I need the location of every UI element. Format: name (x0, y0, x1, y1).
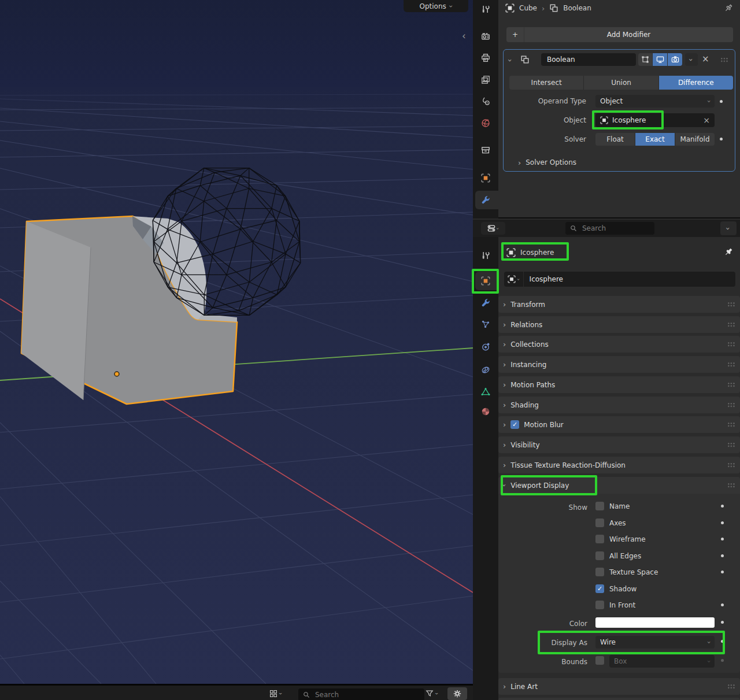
animate-dot[interactable] (721, 538, 724, 540)
show-all-edges-checkbox[interactable] (595, 551, 604, 560)
pin-icon[interactable] (724, 3, 733, 13)
tab-render[interactable] (479, 29, 493, 43)
clear-object-icon[interactable]: × (703, 116, 710, 125)
tab-object[interactable] (479, 171, 493, 185)
tab-world[interactable] (479, 116, 493, 130)
panel-transform[interactable]: ›Transform (498, 296, 740, 313)
3d-viewport[interactable]: Options › ‹ (0, 0, 473, 684)
display-mode-button[interactable]: › (269, 690, 282, 698)
panel-title: Shading (510, 401, 539, 409)
solver-options-subpanel[interactable]: › Solver Options (518, 158, 576, 166)
remove-modifier-button[interactable]: × (702, 54, 709, 64)
motion-blur-checkbox[interactable]: ✓ (510, 420, 519, 429)
animate-dot[interactable] (721, 521, 724, 524)
add-modifier-button[interactable]: + Add Modifier (506, 27, 733, 42)
animate-dot[interactable] (721, 554, 724, 557)
solver-manifold-button[interactable]: Manifold (675, 133, 715, 146)
operation-difference-button[interactable]: Difference (659, 76, 733, 90)
show-name-checkbox[interactable] (595, 502, 604, 510)
animate-dot[interactable] (721, 505, 724, 508)
animate-dot[interactable] (721, 571, 724, 573)
bottom-search-input[interactable] (314, 690, 403, 699)
operation-union-button[interactable]: Union (584, 76, 658, 90)
panel-line-art[interactable]: ›Line Art (498, 678, 740, 695)
panel-relations[interactable]: ›Relations (498, 316, 740, 333)
tab-scene[interactable] (479, 94, 493, 108)
animate-dot[interactable] (721, 621, 724, 624)
color-swatch[interactable] (595, 617, 715, 628)
drag-handle[interactable] (727, 362, 735, 367)
modifier-drag-handle[interactable] (720, 57, 728, 62)
drag-handle[interactable] (727, 402, 735, 408)
tab-tool[interactable] (479, 2, 493, 16)
viewport-options-dropdown[interactable]: Options › (404, 0, 468, 12)
tab-modifiers-active[interactable] (479, 193, 493, 207)
checkbox-label: Axes (609, 519, 626, 527)
drag-handle[interactable] (727, 382, 735, 387)
bounds-checkbox[interactable] (595, 656, 604, 665)
breadcrumb-modifier[interactable]: Boolean (563, 4, 591, 12)
solver-exact-button[interactable]: Exact (635, 133, 675, 146)
bounds-label: Bounds (503, 658, 587, 666)
editor-type-selector[interactable]: › (481, 222, 505, 235)
drag-handle[interactable] (727, 684, 735, 689)
realtime-display-toggle-button[interactable] (653, 53, 667, 66)
drag-handle[interactable] (727, 302, 735, 307)
show-shadow-checkbox[interactable]: ✓ (595, 584, 604, 593)
tab-output[interactable] (479, 51, 493, 65)
solver-float-button[interactable]: Float (595, 133, 635, 146)
panel-collections[interactable]: ›Collections (498, 336, 740, 353)
panel-visibility[interactable]: ›Visibility (498, 436, 740, 453)
tab-modifiers[interactable] (479, 296, 493, 310)
tab-view-layer[interactable] (479, 73, 493, 87)
show-texture-space-checkbox[interactable] (595, 568, 604, 576)
animate-dot[interactable] (720, 100, 723, 103)
properties-search-field[interactable] (565, 222, 654, 235)
modifier-name-field[interactable]: Boolean (541, 53, 636, 66)
operation-intersect-button[interactable]: Intersect (509, 76, 584, 90)
panel-shading[interactable]: ›Shading (498, 397, 740, 413)
modifier-extras-dropdown[interactable]: › (685, 53, 698, 66)
object-icon[interactable] (505, 3, 515, 13)
tab-tool[interactable] (479, 249, 493, 262)
settings-gear-button[interactable] (447, 687, 467, 700)
panel-expand-icon[interactable]: › (506, 59, 514, 62)
panel-motion-blur[interactable]: › ✓ Motion Blur (498, 416, 740, 433)
animate-dot[interactable] (721, 603, 724, 606)
show-axes-checkbox[interactable] (595, 518, 604, 527)
bottom-search-field[interactable] (298, 688, 424, 700)
drag-handle[interactable] (727, 422, 735, 427)
search-icon (570, 225, 577, 232)
show-in-front-checkbox[interactable] (595, 601, 604, 609)
filter-button[interactable]: › (426, 690, 438, 698)
tab-physics[interactable] (479, 340, 493, 354)
panel-instancing[interactable]: ›Instancing (498, 356, 740, 373)
edit-mode-toggle-button[interactable] (638, 53, 652, 66)
show-wireframe-checkbox[interactable] (595, 535, 604, 543)
chevron-right-icon: › (503, 321, 506, 328)
breadcrumb-object[interactable]: Cube (519, 4, 537, 12)
header-options-dropdown[interactable]: › (720, 221, 737, 235)
drag-handle[interactable] (727, 483, 735, 488)
drag-handle[interactable] (727, 462, 735, 468)
drag-handle[interactable] (727, 322, 735, 327)
drag-handle[interactable] (727, 342, 735, 347)
panel-tissue-texture[interactable]: ›Tissue Texture Reaction-Diffusion (498, 457, 740, 473)
properties-search-input[interactable] (581, 224, 641, 233)
tab-object-data[interactable] (479, 385, 493, 399)
tab-collection[interactable] (479, 143, 493, 157)
operand-type-dropdown[interactable]: Object › (595, 95, 715, 108)
chevron-down-icon: › (724, 227, 732, 229)
modifier-name-value: Boolean (547, 55, 575, 64)
tab-constraints[interactable] (479, 363, 493, 377)
object-editor-tab-strip (473, 237, 498, 700)
panel-partial[interactable] (498, 698, 740, 700)
panel-motion-paths[interactable]: ›Motion Paths (498, 376, 740, 393)
animate-dot[interactable] (720, 138, 723, 140)
drag-handle[interactable] (727, 442, 735, 447)
sidebar-collapse-icon[interactable]: ‹ (462, 30, 466, 42)
render-toggle-button[interactable] (668, 53, 682, 66)
bounds-dropdown[interactable]: Box › (609, 655, 715, 668)
tab-material[interactable] (479, 405, 493, 418)
tab-particles[interactable] (479, 317, 493, 331)
